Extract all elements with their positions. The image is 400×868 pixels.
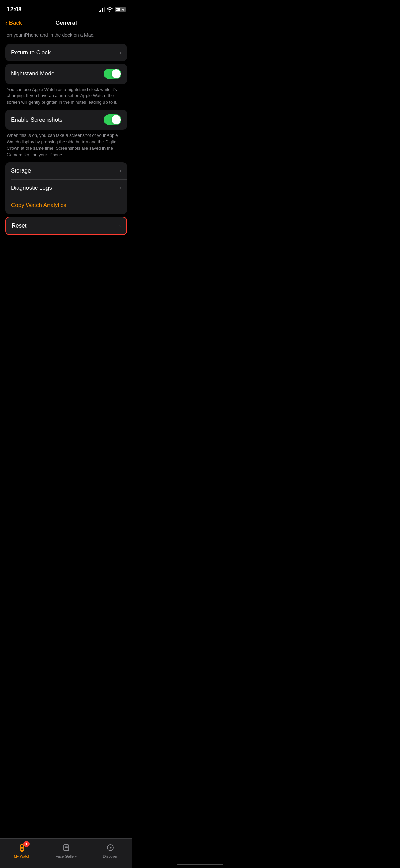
copy-watch-analytics-label: Copy Watch Analytics [11, 202, 66, 209]
toggle-knob-screenshots [112, 115, 121, 124]
return-to-clock-chevron: › [120, 50, 121, 56]
reset-card: Reset › [5, 217, 127, 235]
storage-label: Storage [11, 167, 31, 174]
battery-indicator: 39 % [115, 7, 126, 12]
diagnostic-logs-row[interactable]: Diagnostic Logs › [5, 180, 127, 197]
nightstand-mode-description: You can use Apple Watch as a nightstand … [5, 87, 127, 110]
nightstand-mode-row: Nightstand Mode [5, 64, 127, 84]
enable-screenshots-description: When this is on, you can take a screensh… [5, 132, 127, 162]
back-label: Back [9, 20, 22, 26]
nightstand-mode-card: Nightstand Mode [5, 64, 127, 84]
back-button[interactable]: ‹ Back [5, 19, 22, 27]
toggle-knob [112, 69, 121, 78]
storage-chevron: › [120, 168, 121, 174]
status-time: 12:08 [7, 6, 21, 13]
nav-header: ‹ Back General [0, 17, 132, 31]
storage-group-card: Storage › Diagnostic Logs › Copy Watch A… [5, 162, 127, 214]
page-title: General [55, 20, 77, 26]
enable-screenshots-label: Enable Screenshots [11, 116, 62, 123]
enable-screenshots-toggle[interactable] [104, 114, 121, 125]
return-to-clock-label: Return to Clock [11, 49, 51, 56]
status-bar: 12:08 39 % [0, 0, 132, 17]
signal-icon [99, 7, 105, 12]
return-to-clock-row[interactable]: Return to Clock › [5, 44, 127, 61]
subtitle-text: on your iPhone and in the dock on a Mac. [5, 31, 127, 44]
nightstand-mode-label: Nightstand Mode [11, 70, 55, 77]
nightstand-mode-toggle[interactable] [104, 69, 121, 79]
back-chevron-icon: ‹ [5, 19, 8, 27]
enable-screenshots-row: Enable Screenshots [5, 110, 127, 130]
scroll-content: on your iPhone and in the dock on a Mac.… [0, 31, 132, 278]
diagnostic-logs-chevron: › [120, 185, 121, 191]
copy-watch-analytics-row[interactable]: Copy Watch Analytics [5, 197, 127, 214]
status-icons: 39 % [99, 7, 126, 12]
storage-row[interactable]: Storage › [5, 162, 127, 179]
reset-chevron: › [119, 223, 121, 229]
enable-screenshots-card: Enable Screenshots [5, 110, 127, 130]
wifi-icon [107, 7, 113, 12]
diagnostic-logs-label: Diagnostic Logs [11, 185, 52, 192]
return-to-clock-card: Return to Clock › [5, 44, 127, 61]
reset-row[interactable]: Reset › [6, 217, 126, 234]
reset-label: Reset [12, 222, 26, 229]
